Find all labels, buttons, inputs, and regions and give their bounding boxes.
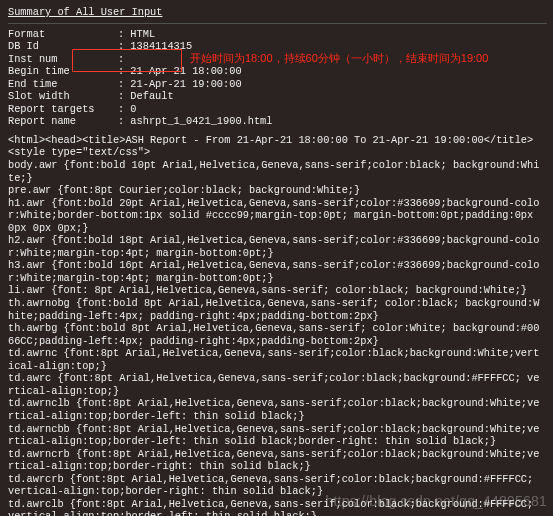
annotation-text: 开始时间为18:00，持续60分钟（一小时），结束时间为19:00 — [190, 52, 488, 65]
summary-row: Report targets: 0 — [8, 103, 272, 116]
css-line: body.awr {font:bold 10pt Arial,Helvetica… — [8, 159, 545, 184]
summary-key: End time — [8, 78, 118, 91]
css-line: pre.awr {font:8pt Courier;color:black; b… — [8, 184, 545, 197]
css-line: td.awrncbb {font:8pt Arial,Helvetica,Gen… — [8, 423, 545, 448]
summary-row: Report name: ashrpt_1_0421_1900.html — [8, 115, 272, 128]
summary-value: : HTML — [118, 28, 272, 41]
css-line: h3.awr {font:bold 16pt Arial,Helvetica,G… — [8, 259, 545, 284]
summary-row: Slot width: Default — [8, 90, 272, 103]
css-line: h1.awr {font:bold 20pt Arial,Helvetica,G… — [8, 197, 545, 235]
summary-value: : ashrpt_1_0421_1900.html — [118, 115, 272, 128]
html-source-dump: <html><head><title>ASH Report - From 21-… — [0, 134, 553, 516]
summary-key: Format — [8, 28, 118, 41]
css-line: td.awrnc {font:8pt Arial,Helvetica,Genev… — [8, 347, 545, 372]
summary-key: Report targets — [8, 103, 118, 116]
css-line: li.awr {font: 8pt Arial,Helvetica,Geneva… — [8, 284, 545, 297]
watermark: https://blog.csdn.net/qq_44895681 — [326, 493, 547, 510]
title-line: <html><head><title>ASH Report - From 21-… — [8, 134, 545, 147]
css-line: td.awrc {font:8pt Arial,Helvetica,Geneva… — [8, 372, 545, 397]
summary-key: Begin time — [8, 65, 118, 78]
css-line: th.awrnobg {font:bold 8pt Arial,Helvetic… — [8, 297, 545, 322]
summary-key: Slot width — [8, 90, 118, 103]
summary-value: : Default — [118, 90, 272, 103]
summary-row: DB Id: 1384114315 — [8, 40, 272, 53]
summary-value: : 21-Apr-21 18:00:00 — [118, 65, 272, 78]
divider — [8, 23, 547, 24]
style-open: <style type="text/css"> — [8, 146, 545, 159]
css-line: td.awrncrb {font:8pt Arial,Helvetica,Gen… — [8, 448, 545, 473]
summary-value: : 21-Apr-21 19:00:00 — [118, 78, 272, 91]
css-line: th.awrbg {font:bold 8pt Arial,Helvetica,… — [8, 322, 545, 347]
summary-key: Report name — [8, 115, 118, 128]
summary-row: End time: 21-Apr-21 19:00:00 — [8, 78, 272, 91]
summary-table: Format: HTMLDB Id: 1384114315Inst num: B… — [8, 28, 272, 128]
summary-value: : 1384114315 — [118, 40, 272, 53]
css-line: td.awrnclb {font:8pt Arial,Helvetica,Gen… — [8, 397, 545, 422]
summary-value: : 0 — [118, 103, 272, 116]
summary-row: Format: HTML — [8, 28, 272, 41]
section-title: Summary of All User Input — [8, 6, 547, 19]
css-line: h2.awr {font:bold 18pt Arial,Helvetica,G… — [8, 234, 545, 259]
summary-key: DB Id — [8, 40, 118, 53]
summary-row: Begin time: 21-Apr-21 18:00:00 — [8, 65, 272, 78]
summary-key: Inst num — [8, 53, 118, 66]
